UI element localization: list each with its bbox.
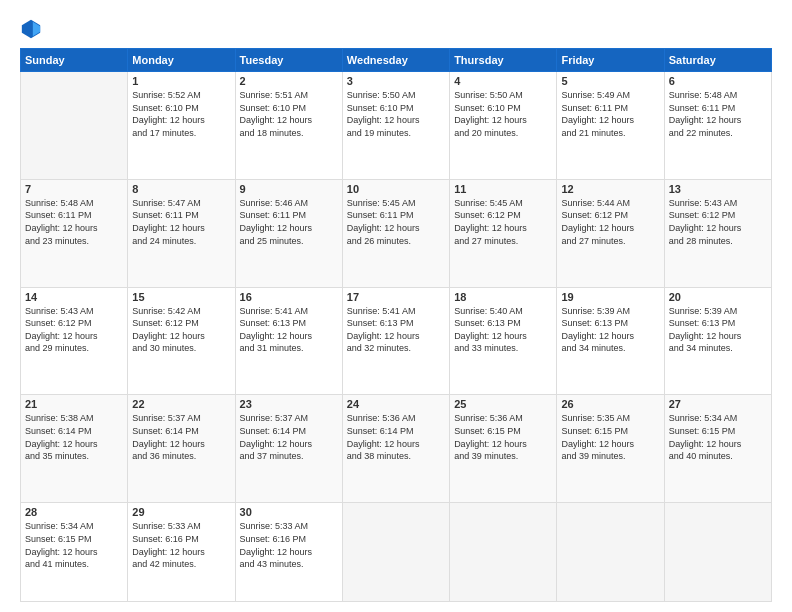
calendar-cell	[664, 503, 771, 602]
calendar-table: SundayMondayTuesdayWednesdayThursdayFrid…	[20, 48, 772, 602]
day-info: Sunrise: 5:48 AM Sunset: 6:11 PM Dayligh…	[669, 89, 767, 139]
day-info: Sunrise: 5:41 AM Sunset: 6:13 PM Dayligh…	[240, 305, 338, 355]
day-info: Sunrise: 5:39 AM Sunset: 6:13 PM Dayligh…	[669, 305, 767, 355]
day-number: 30	[240, 506, 338, 518]
day-number: 16	[240, 291, 338, 303]
day-number: 24	[347, 398, 445, 410]
calendar-cell: 19Sunrise: 5:39 AM Sunset: 6:13 PM Dayli…	[557, 287, 664, 395]
calendar-cell: 28Sunrise: 5:34 AM Sunset: 6:15 PM Dayli…	[21, 503, 128, 602]
calendar-cell: 5Sunrise: 5:49 AM Sunset: 6:11 PM Daylig…	[557, 72, 664, 180]
day-number: 4	[454, 75, 552, 87]
day-number: 21	[25, 398, 123, 410]
day-number: 19	[561, 291, 659, 303]
day-number: 17	[347, 291, 445, 303]
logo-icon	[20, 18, 42, 40]
calendar-cell: 9Sunrise: 5:46 AM Sunset: 6:11 PM Daylig…	[235, 179, 342, 287]
day-info: Sunrise: 5:34 AM Sunset: 6:15 PM Dayligh…	[669, 412, 767, 462]
day-info: Sunrise: 5:43 AM Sunset: 6:12 PM Dayligh…	[25, 305, 123, 355]
calendar-cell	[450, 503, 557, 602]
day-info: Sunrise: 5:37 AM Sunset: 6:14 PM Dayligh…	[132, 412, 230, 462]
day-info: Sunrise: 5:50 AM Sunset: 6:10 PM Dayligh…	[347, 89, 445, 139]
calendar-cell: 30Sunrise: 5:33 AM Sunset: 6:16 PM Dayli…	[235, 503, 342, 602]
calendar-cell: 22Sunrise: 5:37 AM Sunset: 6:14 PM Dayli…	[128, 395, 235, 503]
day-number: 12	[561, 183, 659, 195]
calendar-cell: 23Sunrise: 5:37 AM Sunset: 6:14 PM Dayli…	[235, 395, 342, 503]
day-number: 11	[454, 183, 552, 195]
day-number: 25	[454, 398, 552, 410]
day-info: Sunrise: 5:49 AM Sunset: 6:11 PM Dayligh…	[561, 89, 659, 139]
calendar-cell	[21, 72, 128, 180]
calendar-cell: 6Sunrise: 5:48 AM Sunset: 6:11 PM Daylig…	[664, 72, 771, 180]
weekday-header-row: SundayMondayTuesdayWednesdayThursdayFrid…	[21, 49, 772, 72]
calendar-cell: 12Sunrise: 5:44 AM Sunset: 6:12 PM Dayli…	[557, 179, 664, 287]
day-number: 20	[669, 291, 767, 303]
weekday-header: Saturday	[664, 49, 771, 72]
weekday-header: Tuesday	[235, 49, 342, 72]
day-info: Sunrise: 5:40 AM Sunset: 6:13 PM Dayligh…	[454, 305, 552, 355]
calendar-cell: 13Sunrise: 5:43 AM Sunset: 6:12 PM Dayli…	[664, 179, 771, 287]
day-info: Sunrise: 5:36 AM Sunset: 6:15 PM Dayligh…	[454, 412, 552, 462]
weekday-header: Thursday	[450, 49, 557, 72]
page: SundayMondayTuesdayWednesdayThursdayFrid…	[0, 0, 792, 612]
day-number: 28	[25, 506, 123, 518]
calendar-cell: 25Sunrise: 5:36 AM Sunset: 6:15 PM Dayli…	[450, 395, 557, 503]
day-number: 9	[240, 183, 338, 195]
day-info: Sunrise: 5:36 AM Sunset: 6:14 PM Dayligh…	[347, 412, 445, 462]
calendar-cell: 24Sunrise: 5:36 AM Sunset: 6:14 PM Dayli…	[342, 395, 449, 503]
day-info: Sunrise: 5:33 AM Sunset: 6:16 PM Dayligh…	[132, 520, 230, 570]
day-number: 8	[132, 183, 230, 195]
day-number: 22	[132, 398, 230, 410]
calendar-cell: 14Sunrise: 5:43 AM Sunset: 6:12 PM Dayli…	[21, 287, 128, 395]
day-info: Sunrise: 5:33 AM Sunset: 6:16 PM Dayligh…	[240, 520, 338, 570]
day-info: Sunrise: 5:42 AM Sunset: 6:12 PM Dayligh…	[132, 305, 230, 355]
logo	[20, 18, 46, 40]
day-info: Sunrise: 5:44 AM Sunset: 6:12 PM Dayligh…	[561, 197, 659, 247]
day-info: Sunrise: 5:34 AM Sunset: 6:15 PM Dayligh…	[25, 520, 123, 570]
calendar-cell: 16Sunrise: 5:41 AM Sunset: 6:13 PM Dayli…	[235, 287, 342, 395]
weekday-header: Friday	[557, 49, 664, 72]
calendar-cell: 15Sunrise: 5:42 AM Sunset: 6:12 PM Dayli…	[128, 287, 235, 395]
day-info: Sunrise: 5:38 AM Sunset: 6:14 PM Dayligh…	[25, 412, 123, 462]
day-number: 10	[347, 183, 445, 195]
day-number: 26	[561, 398, 659, 410]
day-info: Sunrise: 5:48 AM Sunset: 6:11 PM Dayligh…	[25, 197, 123, 247]
day-info: Sunrise: 5:46 AM Sunset: 6:11 PM Dayligh…	[240, 197, 338, 247]
day-number: 5	[561, 75, 659, 87]
weekday-header: Monday	[128, 49, 235, 72]
day-number: 15	[132, 291, 230, 303]
day-number: 6	[669, 75, 767, 87]
day-number: 13	[669, 183, 767, 195]
day-info: Sunrise: 5:37 AM Sunset: 6:14 PM Dayligh…	[240, 412, 338, 462]
calendar-cell: 29Sunrise: 5:33 AM Sunset: 6:16 PM Dayli…	[128, 503, 235, 602]
weekday-header: Wednesday	[342, 49, 449, 72]
day-info: Sunrise: 5:45 AM Sunset: 6:11 PM Dayligh…	[347, 197, 445, 247]
day-number: 23	[240, 398, 338, 410]
day-number: 2	[240, 75, 338, 87]
day-number: 18	[454, 291, 552, 303]
calendar-cell: 27Sunrise: 5:34 AM Sunset: 6:15 PM Dayli…	[664, 395, 771, 503]
calendar-cell: 18Sunrise: 5:40 AM Sunset: 6:13 PM Dayli…	[450, 287, 557, 395]
day-info: Sunrise: 5:43 AM Sunset: 6:12 PM Dayligh…	[669, 197, 767, 247]
calendar-cell: 26Sunrise: 5:35 AM Sunset: 6:15 PM Dayli…	[557, 395, 664, 503]
calendar-cell: 8Sunrise: 5:47 AM Sunset: 6:11 PM Daylig…	[128, 179, 235, 287]
calendar-cell: 17Sunrise: 5:41 AM Sunset: 6:13 PM Dayli…	[342, 287, 449, 395]
calendar-cell: 4Sunrise: 5:50 AM Sunset: 6:10 PM Daylig…	[450, 72, 557, 180]
day-info: Sunrise: 5:41 AM Sunset: 6:13 PM Dayligh…	[347, 305, 445, 355]
day-info: Sunrise: 5:51 AM Sunset: 6:10 PM Dayligh…	[240, 89, 338, 139]
calendar-cell: 3Sunrise: 5:50 AM Sunset: 6:10 PM Daylig…	[342, 72, 449, 180]
header	[20, 18, 772, 40]
day-info: Sunrise: 5:39 AM Sunset: 6:13 PM Dayligh…	[561, 305, 659, 355]
calendar-cell	[342, 503, 449, 602]
day-number: 14	[25, 291, 123, 303]
weekday-header: Sunday	[21, 49, 128, 72]
calendar-cell: 7Sunrise: 5:48 AM Sunset: 6:11 PM Daylig…	[21, 179, 128, 287]
day-number: 27	[669, 398, 767, 410]
day-number: 1	[132, 75, 230, 87]
calendar-cell: 20Sunrise: 5:39 AM Sunset: 6:13 PM Dayli…	[664, 287, 771, 395]
day-number: 3	[347, 75, 445, 87]
calendar-cell: 2Sunrise: 5:51 AM Sunset: 6:10 PM Daylig…	[235, 72, 342, 180]
calendar-cell: 11Sunrise: 5:45 AM Sunset: 6:12 PM Dayli…	[450, 179, 557, 287]
calendar-cell: 1Sunrise: 5:52 AM Sunset: 6:10 PM Daylig…	[128, 72, 235, 180]
day-number: 29	[132, 506, 230, 518]
day-number: 7	[25, 183, 123, 195]
